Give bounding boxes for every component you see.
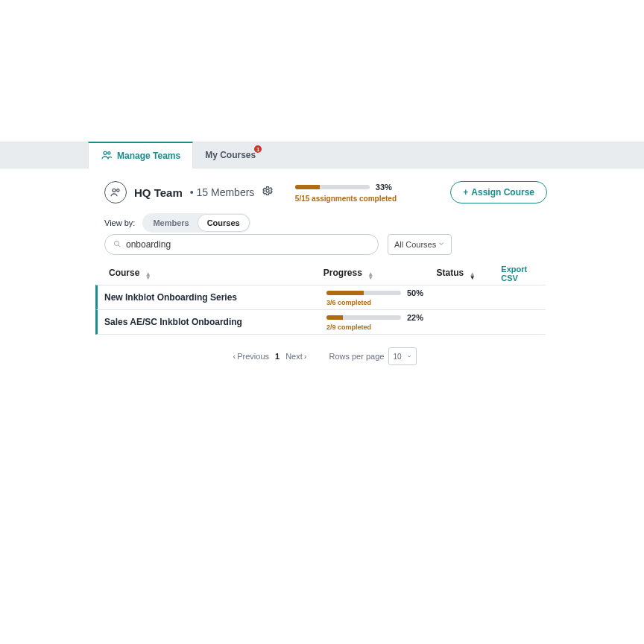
chevron-down-icon (406, 353, 412, 361)
chevron-right-icon: › (304, 352, 307, 361)
prev-page[interactable]: ‹ Previous (233, 352, 269, 361)
sort-icon: ▲▼ (470, 272, 476, 280)
next-label: Next (285, 352, 303, 361)
row-progress: 22% 2/9 completed (326, 313, 441, 331)
filter-selected: All Courses (394, 240, 436, 249)
team-avatar-icon (104, 181, 127, 203)
col-progress-label: Progress (323, 268, 362, 278)
col-status[interactable]: Status ▲▼ (437, 268, 502, 280)
svg-point-1 (108, 151, 110, 154)
rpp-select[interactable]: 10 (388, 347, 417, 365)
chevron-left-icon: ‹ (233, 352, 236, 361)
row-progress-sub: 3/6 completed (326, 299, 441, 306)
current-page: 1 (275, 352, 280, 361)
progress-pct: 33% (376, 183, 392, 192)
view-by-label: View by: (104, 218, 135, 227)
team-name: HQ Team (134, 186, 183, 199)
overall-progress: 33% 5/15 assignments completed (295, 183, 429, 203)
rows-per-page: Rows per page 10 (329, 347, 417, 365)
view-by-courses[interactable]: Courses (198, 215, 249, 231)
row-course: New Inkblot Onboarding Series (104, 292, 326, 303)
row-progress-fill (326, 291, 364, 295)
plus-icon: + (463, 187, 468, 198)
col-progress[interactable]: Progress ▲▼ (323, 268, 437, 280)
svg-point-5 (115, 242, 119, 246)
row-progress-pct: 50% (407, 288, 423, 297)
search-box[interactable] (104, 234, 379, 255)
view-by-row: View by: Members Courses (104, 213, 250, 233)
svg-point-4 (266, 189, 269, 192)
row-course: Sales AE/SC Inkblot Onboarding (104, 317, 326, 327)
col-course-label: Course (109, 268, 139, 278)
course-filter-select[interactable]: All Courses (388, 234, 452, 255)
search-row: All Courses (104, 234, 452, 255)
assign-course-button[interactable]: + Assign Course (450, 181, 547, 203)
row-progress-sub: 2/9 completed (326, 323, 441, 331)
view-by-members[interactable]: Members (144, 215, 198, 231)
col-status-label: Status (437, 268, 464, 278)
team-header: HQ Team • 15 Members 33% 5/15 assignment… (104, 177, 547, 207)
tab-label: Manage Teams (117, 151, 180, 161)
tab-manage-teams[interactable]: Manage Teams (88, 142, 193, 168)
search-icon (113, 238, 121, 251)
assign-course-label: Assign Course (471, 187, 534, 198)
team-block: HQ Team • 15 Members (104, 181, 274, 203)
svg-point-2 (113, 189, 116, 192)
chevron-down-icon (438, 240, 445, 249)
svg-point-3 (117, 189, 119, 192)
sort-icon: ▲▼ (145, 272, 151, 280)
progress-subtext: 5/15 assignments completed (295, 195, 429, 203)
svg-point-0 (104, 151, 107, 154)
gear-icon[interactable] (262, 185, 274, 200)
prev-label: Previous (237, 352, 269, 361)
table-header: Course ▲▼ Progress ▲▼ Status ▲▼ Export C… (104, 264, 546, 283)
rpp-label: Rows per page (329, 352, 384, 361)
row-progress-pct: 22% (407, 313, 423, 322)
people-icon (101, 149, 113, 163)
page-nav: ‹ Previous 1 Next › (233, 352, 307, 361)
team-members: • 15 Members (190, 186, 255, 198)
row-progress-fill (326, 315, 343, 320)
progress-track (295, 185, 370, 189)
tab-label: My Courses (205, 150, 256, 160)
export-csv-link[interactable]: Export CSV (501, 265, 546, 282)
search-input[interactable] (126, 239, 370, 250)
tab-my-courses[interactable]: My Courses 1 (193, 142, 268, 168)
progress-fill (295, 185, 320, 189)
next-page[interactable]: Next › (285, 352, 306, 361)
rpp-value: 10 (393, 353, 401, 361)
tab-strip: Manage Teams My Courses 1 (0, 142, 644, 168)
table-body: New Inkblot Onboarding Series 50% 3/6 co… (95, 285, 546, 335)
notification-badge: 1 (254, 145, 262, 153)
table-row[interactable]: Sales AE/SC Inkblot Onboarding 22% 2/9 c… (95, 309, 546, 335)
col-course[interactable]: Course ▲▼ (104, 268, 323, 280)
pagination: ‹ Previous 1 Next › Rows per page 10 (104, 344, 546, 368)
view-by-toggle: Members Courses (142, 213, 250, 233)
row-progress: 50% 3/6 completed (326, 288, 441, 306)
table-row[interactable]: New Inkblot Onboarding Series 50% 3/6 co… (95, 285, 546, 310)
sort-icon: ▲▼ (367, 272, 373, 280)
